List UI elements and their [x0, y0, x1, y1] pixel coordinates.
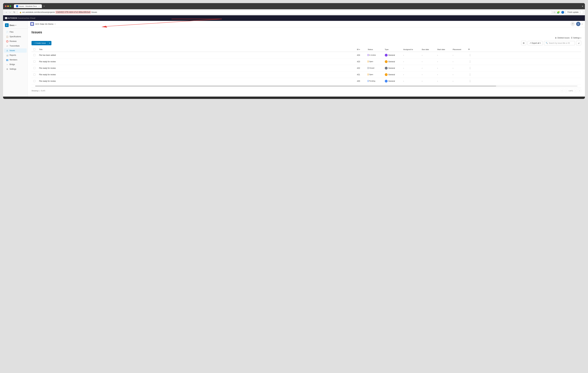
settings-icon-sm: ☰	[571, 37, 573, 39]
row-more-button-0[interactable]: ⋮	[468, 53, 472, 57]
settings-label: Settings	[573, 37, 580, 39]
prev-page-button[interactable]: «	[560, 89, 564, 92]
settings-icon: ⚙	[6, 68, 8, 70]
select-all-checkbox[interactable]	[33, 48, 35, 50]
scroll-thumb[interactable]	[35, 86, 496, 87]
cell-placement-1: -	[451, 58, 466, 65]
tab-close-btn[interactable]: ✕	[38, 5, 40, 7]
table-header-row: Title ID ▾ Status Type Assigned to Due d…	[32, 47, 581, 52]
sidebar-item-label-members: Members	[10, 59, 17, 61]
cell-placement-0: -	[451, 52, 466, 58]
export-icon: ↗	[529, 42, 531, 44]
project-name: ACC Data Viz Demo	[35, 23, 53, 25]
row-more-button-1[interactable]: ⋮	[468, 60, 472, 63]
bookmark-button[interactable]: ☆	[553, 11, 556, 14]
pagination: « ‹ 1 of 1 › »	[560, 89, 581, 92]
grid-view-button[interactable]: ⊞	[521, 41, 526, 45]
issues-toolbar: 🗑 Deleted issues ☰ Settings ▾	[32, 37, 581, 39]
forward-button[interactable]: ›	[9, 11, 11, 14]
finish-update-button[interactable]: Finish update ⋮	[566, 10, 583, 14]
cell-id-3: #21	[355, 71, 366, 78]
deleted-issues-label: Deleted issues	[557, 37, 570, 39]
back-button[interactable]: ‹	[5, 11, 8, 14]
create-issue-dropdown-button[interactable]: ▾	[48, 41, 52, 45]
sidebar-item-label-settings: Settings	[10, 68, 16, 70]
header-due-date: Due date	[420, 47, 435, 52]
help-button[interactable]: ?	[571, 22, 575, 26]
sidebar-item-specifications[interactable]: 📋 Specifications	[4, 34, 27, 39]
deleted-issues-button[interactable]: 🗑 Deleted issues	[555, 37, 570, 39]
table-row[interactable]: File ready for review #22 Closed ✓ Gener…	[32, 65, 581, 71]
reload-button[interactable]: ↻	[12, 11, 16, 14]
sidebar-item-settings[interactable]: ⚙ Settings	[4, 67, 27, 71]
cell-status-2: Closed	[366, 65, 383, 71]
url-highlight: 13d04922-07f0-4b04-b7e3-988ec68fc6e8	[56, 11, 91, 13]
prev-button[interactable]: ‹	[565, 89, 568, 92]
user-avatar[interactable]: U	[576, 22, 580, 26]
table-settings-button[interactable]: ☰ Settings ▾	[571, 37, 581, 39]
create-issue-button[interactable]: + Create issue	[32, 41, 48, 45]
table-row[interactable]: File ready for review #20 Pending ✓ Gene…	[32, 78, 581, 84]
sidebar-item-reviews[interactable]: ⭕ Reviews	[4, 39, 27, 44]
header-assigned: Assigned to	[401, 47, 420, 52]
row-checkbox-3[interactable]	[33, 74, 35, 76]
user-menu-chevron-icon[interactable]: ▾	[582, 23, 582, 25]
horizontal-scrollbar[interactable]	[35, 86, 578, 87]
row-more-button-2[interactable]: ⋮	[468, 66, 472, 70]
row-checkbox-2[interactable]	[33, 67, 35, 69]
next-page-button[interactable]: »	[578, 89, 581, 92]
topbar-icons: ? U ▾	[571, 22, 582, 26]
cell-title-0: File has been added	[37, 52, 355, 58]
row-more-button-4[interactable]: ⋮	[468, 79, 472, 83]
search-placeholder: Search by issue title or ID	[549, 42, 570, 44]
row-checkbox-4[interactable]	[33, 80, 35, 82]
sidebar-item-bridge[interactable]: ↔ Bridge	[4, 62, 27, 66]
search-box[interactable]: 🔍 Search by issue title or ID	[544, 41, 575, 45]
extensions-button[interactable]: 🧩	[557, 11, 560, 14]
new-tab-button[interactable]: +	[42, 4, 46, 8]
finish-update-label: Finish update	[567, 11, 578, 13]
reviews-icon: ⭕	[6, 40, 8, 42]
cell-placement-4: -	[451, 78, 466, 84]
cell-title-4: File ready for review	[37, 78, 355, 84]
cell-assigned-1: -	[401, 58, 420, 65]
cell-id-1: #23	[355, 58, 366, 65]
filter-button[interactable]: ⊿	[576, 41, 581, 45]
cell-title-1: File ready for review	[37, 58, 355, 65]
sidebar-item-label-specifications: Specifications	[10, 35, 21, 38]
cell-assigned-0: -	[401, 52, 420, 58]
issues-icon: ⚠	[6, 49, 8, 52]
next-button[interactable]: ›	[574, 89, 577, 92]
table-row[interactable]: File ready for review #23 Open ✓ General…	[32, 58, 581, 65]
export-all-button[interactable]: ↗ Export all ▾	[527, 41, 543, 45]
active-tab[interactable]: Issues - Autodesk Docs ✕	[14, 4, 42, 8]
sidebar-item-issues[interactable]: ⚠ Issues	[4, 48, 27, 53]
sidebar-item-label-bridge: Bridge	[10, 63, 15, 66]
cell-due-4: -	[420, 78, 435, 84]
reports-icon: 📊	[6, 54, 8, 56]
sidebar-item-members[interactable]: 👥 Members	[4, 58, 27, 62]
row-checkbox-0[interactable]	[33, 54, 35, 56]
construction-cloud-label: Construction Cloud	[18, 17, 35, 19]
header-status: Status	[366, 47, 383, 52]
address-bar[interactable]: 🔒 acc.autodesk.com/docs/issues/projects/…	[17, 10, 552, 14]
header-checkbox-cell	[32, 47, 37, 52]
cell-due-1: -	[420, 58, 435, 65]
sidebar-item-files[interactable]: 📄 Files	[4, 30, 27, 34]
header-column-settings[interactable]: ⚙	[466, 47, 581, 52]
profile-button[interactable]: 🔵	[561, 11, 564, 14]
row-checkbox-1[interactable]	[33, 61, 35, 63]
sidebar-item-reports[interactable]: 📊 Reports	[4, 53, 27, 57]
sidebar-item-transmittals[interactable]: ↩ Transmittals	[4, 44, 27, 48]
table-row[interactable]: File ready for review #21 Open ✓ General…	[32, 71, 581, 78]
table-row[interactable]: File has been added #24 In review ✓ Gene…	[32, 52, 581, 58]
sidebar-docs-header[interactable]: D Docs ▾	[3, 22, 28, 28]
project-chevron-icon: ▾	[55, 23, 55, 25]
header-id[interactable]: ID ▾	[355, 47, 366, 52]
issues-table: Title ID ▾ Status Type Assigned to Due d…	[32, 47, 581, 84]
cell-start-4: -	[435, 78, 451, 84]
row-more-button-3[interactable]: ⋮	[468, 73, 472, 76]
showing-label: Showing 1 - 5 of 5	[32, 90, 45, 92]
sidebar-item-label-issues: Issues	[10, 49, 15, 52]
create-issue-label: Create issue	[35, 42, 46, 44]
